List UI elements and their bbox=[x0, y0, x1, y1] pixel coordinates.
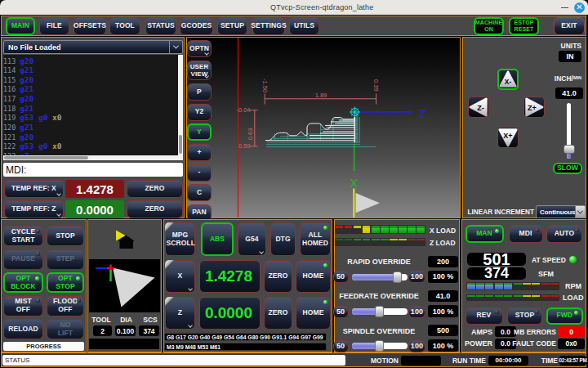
mpg-scroll-button[interactable]: MPG SCROLL bbox=[165, 222, 195, 256]
tool-comment bbox=[89, 339, 159, 349]
estop-reset-button[interactable]: ESTOP RESET bbox=[509, 17, 539, 35]
close-icon[interactable]: ✕ bbox=[574, 2, 585, 13]
file-combo[interactable]: No File Loaded bbox=[3, 40, 183, 54]
slow-button[interactable]: SLOW bbox=[553, 163, 582, 174]
view-p-button[interactable]: P bbox=[187, 83, 212, 101]
home-z-label: HOME bbox=[303, 309, 324, 317]
feed-slider[interactable] bbox=[352, 308, 408, 315]
jog-z-minus-button[interactable]: Z- bbox=[468, 96, 489, 118]
tab-offsets[interactable]: OFFSETS bbox=[74, 17, 106, 35]
file-combo-arrow-icon[interactable] bbox=[169, 41, 182, 53]
feed-50-button[interactable]: 50 bbox=[333, 306, 349, 318]
feed-override-label: FEEDRATE OVERRIDE bbox=[334, 292, 424, 300]
jog-rate-slider[interactable] bbox=[567, 103, 571, 159]
view-user-view-button[interactable]: USER VIEW bbox=[187, 61, 212, 80]
jog-slider-handle[interactable] bbox=[564, 145, 575, 154]
zero-z-axis-button[interactable]: ZERO bbox=[264, 297, 292, 330]
chevron-down-icon bbox=[57, 192, 61, 196]
view-optn-button[interactable]: OPTN bbox=[187, 40, 212, 57]
tab-setup[interactable]: SETUP bbox=[217, 17, 247, 35]
minimize-icon[interactable] bbox=[561, 7, 568, 9]
backplot-view[interactable]: 1.89 -1.50 0.39 -0.04 0.63 0.59 bbox=[187, 38, 460, 218]
temp-ref-x-button[interactable]: TEMP REF: X bbox=[4, 180, 64, 198]
spindle-slider[interactable] bbox=[352, 343, 408, 349]
spindle-stop-button[interactable]: STOP bbox=[507, 307, 542, 325]
abs-button[interactable]: ABS bbox=[201, 222, 234, 256]
home-x-button[interactable]: HOME bbox=[296, 260, 331, 293]
mdi-mode-button[interactable]: MDI bbox=[509, 225, 543, 243]
man-mode-button[interactable]: MAN bbox=[466, 225, 504, 243]
spindle-load-meter bbox=[466, 294, 559, 301]
zero-z-button[interactable]: ZERO bbox=[127, 200, 183, 218]
axis-z-label: Z bbox=[178, 309, 182, 317]
view-zoom-out-button[interactable]: - bbox=[187, 164, 212, 182]
view-clear-button[interactable]: C bbox=[187, 184, 212, 201]
gcode-list[interactable]: 113g20 114g21 115g20 116g21 117g20 118g2… bbox=[3, 55, 183, 160]
temp-ref-z-button[interactable]: TEMP REF: Z bbox=[4, 200, 64, 218]
home-x-label: HOME bbox=[303, 272, 324, 280]
gcode-hscrollbar[interactable] bbox=[3, 155, 183, 160]
run-time-value: 00:00:00 bbox=[488, 356, 528, 366]
view-y-button[interactable]: Y bbox=[187, 123, 212, 141]
cycle-start-button[interactable]: CYCLE START bbox=[3, 226, 43, 246]
tab-settings[interactable]: SETTINGS bbox=[252, 17, 285, 35]
triangle-down-icon: X+ bbox=[498, 128, 518, 147]
mdi-input[interactable]: MDI: bbox=[3, 163, 183, 177]
feed-pct: 100 % bbox=[428, 305, 458, 317]
tab-main[interactable]: MAIN bbox=[6, 17, 35, 35]
slider-handle[interactable] bbox=[375, 306, 384, 317]
zero-x-axis-button[interactable]: ZERO bbox=[264, 260, 292, 293]
stop-button[interactable]: STOP bbox=[47, 226, 84, 246]
rapid-slider[interactable] bbox=[352, 274, 408, 280]
z-load-meter bbox=[335, 238, 425, 246]
tab-utils[interactable]: UTILS bbox=[289, 17, 319, 35]
gcode-hscroll-thumb[interactable] bbox=[4, 156, 88, 159]
tab-gcodes[interactable]: GCODES bbox=[180, 17, 213, 35]
pause-button[interactable]: PAUSE bbox=[3, 249, 43, 270]
zero-x-button[interactable]: ZERO bbox=[127, 180, 183, 198]
jog-x-plus-button[interactable]: X+ bbox=[497, 127, 519, 148]
linear-increment-value: Continuous bbox=[540, 209, 575, 216]
spindle-50-button[interactable]: 50 bbox=[333, 340, 349, 352]
spindle-fwd-button[interactable]: FWD bbox=[546, 307, 583, 325]
axis-x-button[interactable]: X bbox=[165, 260, 195, 293]
spindle-rev-button[interactable]: REV bbox=[466, 307, 503, 325]
jog-z-plus-button[interactable]: Z+ bbox=[523, 96, 545, 118]
slider-handle[interactable] bbox=[375, 340, 384, 352]
jog-x-minus-button[interactable]: X- bbox=[497, 69, 519, 90]
rapid-50-button[interactable]: 50 bbox=[333, 271, 349, 283]
gcode-vscrollbar[interactable] bbox=[178, 55, 183, 155]
tab-status[interactable]: STATUS bbox=[145, 17, 176, 35]
svg-text:Z-: Z- bbox=[477, 103, 484, 111]
rapid-100-button[interactable]: 100 bbox=[408, 271, 425, 283]
machine-on-button[interactable]: MACHINE ON bbox=[474, 17, 504, 35]
tab-file[interactable]: FILE bbox=[39, 17, 69, 35]
auto-mode-button[interactable]: AUTO bbox=[546, 225, 582, 243]
mist-button[interactable]: MIST OFF bbox=[3, 296, 43, 316]
tab-tool[interactable]: TOOL bbox=[109, 17, 140, 35]
no-lift-button[interactable]: NO LIFT bbox=[47, 319, 84, 339]
step-button[interactable]: STEP bbox=[47, 249, 84, 270]
exit-button[interactable]: EXIT bbox=[554, 17, 585, 35]
opt-stop-button[interactable]: OPT STOP bbox=[47, 272, 84, 293]
spindle-100-button[interactable]: 100 bbox=[408, 340, 425, 352]
view-zoom-in-button[interactable]: + bbox=[187, 144, 212, 161]
g5x-button[interactable]: G54 bbox=[238, 222, 266, 256]
axis-z-button[interactable]: Z bbox=[165, 297, 195, 330]
feed-value: 41.0 bbox=[428, 290, 458, 302]
view-y2-button[interactable]: Y2 bbox=[187, 104, 212, 121]
lathe-tool-orientation-icon bbox=[113, 226, 140, 252]
linear-increment-arrow-icon[interactable] bbox=[575, 206, 585, 218]
reload-button[interactable]: RELOAD bbox=[3, 319, 43, 339]
home-z-button[interactable]: HOME bbox=[296, 297, 331, 330]
at-speed-label: AT SPEED bbox=[532, 256, 566, 264]
all-homed-button[interactable]: ALL HOMED bbox=[300, 222, 331, 256]
dtg-button[interactable]: DTG bbox=[270, 222, 296, 256]
slider-handle[interactable] bbox=[393, 272, 402, 283]
fault-code-value: 0x0 bbox=[558, 339, 585, 349]
opt-block-button[interactable]: OPT BLOCK bbox=[3, 272, 43, 293]
feed-100-button[interactable]: 100 bbox=[408, 306, 425, 318]
linear-increment-combo[interactable]: Continuous bbox=[536, 205, 586, 218]
flood-button[interactable]: FLOOD OFF bbox=[47, 296, 84, 316]
gcode-vscroll-thumb[interactable] bbox=[179, 135, 182, 154]
